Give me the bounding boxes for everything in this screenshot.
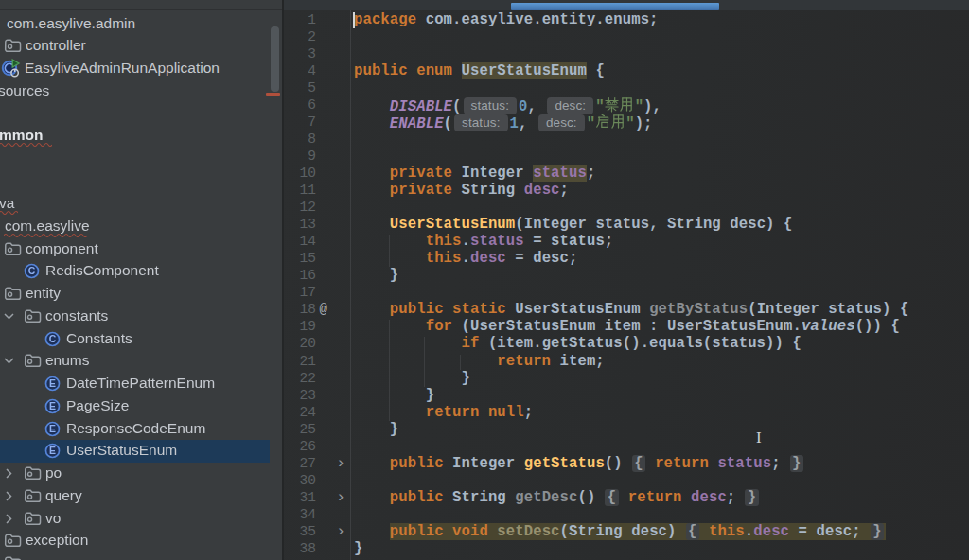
svg-text:E: E [49, 424, 56, 434]
svg-text:E: E [49, 378, 56, 389]
svg-text:C: C [49, 334, 57, 344]
svg-text:E: E [49, 401, 56, 411]
svg-text:C: C [28, 267, 36, 277]
svg-text:E: E [49, 446, 56, 457]
